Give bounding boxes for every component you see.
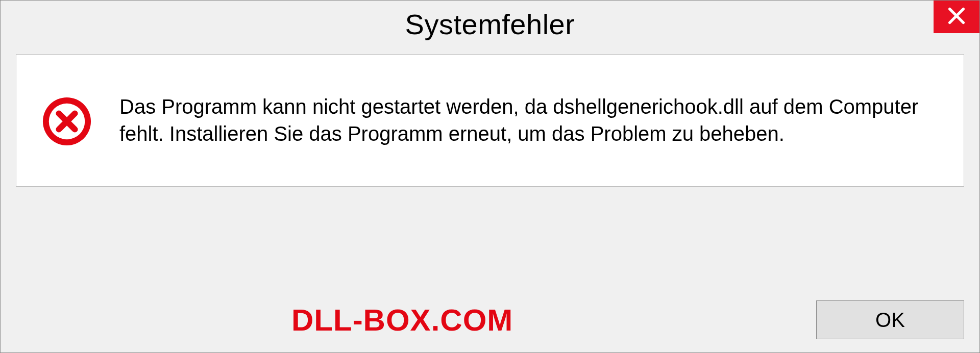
ok-button-label: OK <box>875 309 905 332</box>
dialog-content: Das Programm kann nicht gestartet werden… <box>16 54 964 187</box>
ok-button[interactable]: OK <box>816 300 964 339</box>
error-icon <box>42 96 92 146</box>
error-dialog: Systemfehler Das Programm kann nicht ges… <box>0 0 980 353</box>
watermark-text: DLL-BOX.COM <box>291 302 513 338</box>
close-icon <box>946 6 967 28</box>
dialog-title: Systemfehler <box>1 8 979 41</box>
dialog-footer: DLL-BOX.COM OK <box>16 300 964 339</box>
close-button[interactable] <box>934 1 979 33</box>
error-message: Das Programm kann nicht gestartet werden… <box>119 93 938 147</box>
